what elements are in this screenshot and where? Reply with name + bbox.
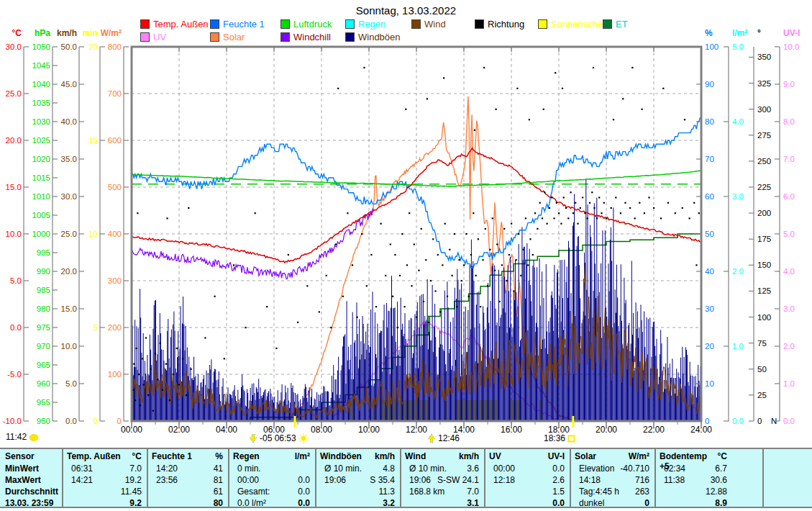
axis-tick-label-%: 50 (705, 230, 714, 238)
axis-tick-label-°: 300 (757, 105, 771, 114)
table-cell-row: Ø 10 min.3.6 (403, 463, 481, 474)
wind-direction-dot (319, 311, 320, 312)
wind-direction-dot (525, 217, 526, 219)
arrow-down-icon (249, 434, 257, 443)
axis-tick-label-hPa: 1000 (32, 230, 50, 238)
wind-direction-dot (397, 327, 398, 328)
table-col-7: SolarW/m²Elevation-40.71014:18716Tag:4:4… (572, 449, 652, 507)
wind-direction-dot (682, 207, 683, 209)
table-col-3: Regenl/m²0 min.00:000.0Gesamt:0.00.0 l/m… (231, 449, 312, 507)
wind-direction-dot (145, 337, 147, 338)
wind-direction-dot (698, 212, 700, 214)
wind-direction-dot (558, 212, 560, 214)
wind-direction-dot (642, 109, 643, 110)
axis-unit-°C: °C (12, 28, 22, 38)
wind-direction-dot (516, 88, 518, 89)
axis-tick-label-W/m²: 600 (108, 136, 122, 145)
table-cell-row: dunkel0 (572, 497, 652, 509)
wind-direction-dot (366, 285, 368, 286)
wind-direction-dot (266, 306, 268, 307)
table-cell-row: 3.2 (318, 497, 397, 509)
wind-direction-dot (620, 212, 621, 214)
wind-direction-dot (582, 196, 583, 198)
wind-direction-dot (503, 228, 505, 230)
wind-direction-dot (529, 119, 530, 120)
wind-direction-dot (406, 264, 408, 266)
axis-tick-label-°: 100 (757, 313, 771, 322)
table-col-header: SolarW/m² (572, 449, 652, 463)
axis-tick-label-W/m²: 200 (108, 323, 122, 332)
axis-tick-label-min: 10 (88, 230, 98, 238)
axis-tick-label-l/m²: 0.0 (732, 417, 744, 425)
axis-tick-label-hPa: 1020 (32, 155, 50, 163)
axis-tick-label-°C: 25.0 (6, 89, 22, 98)
table-cell-row: 61 (150, 486, 225, 497)
axis-tick-label-%: 40 (705, 267, 714, 276)
wind-direction-dot (169, 399, 170, 401)
wind-direction-dot (191, 368, 192, 370)
wind-direction-dot (150, 368, 151, 370)
table-col-4: Windböenkm/hØ 10 min.4.819:06S 35.411.33… (318, 449, 397, 507)
axis-unit-l/m²: l/m² (732, 28, 747, 38)
axis-tick-label-%: 90 (705, 80, 714, 89)
sunrise-time: -05 06:53 (260, 433, 296, 443)
wind-direction-dot (689, 217, 690, 219)
axis-tick-label-UV-I: 5.0 (783, 230, 795, 238)
windchill-line (132, 209, 374, 279)
wind-direction-dot (162, 389, 163, 391)
wind-direction-dot (547, 223, 548, 225)
axis-tick-label-°: 150 (757, 261, 771, 269)
wind-direction-dot (644, 212, 645, 214)
axis-tick-label-UV-I: 2.0 (783, 342, 795, 351)
wind-direction-dot (489, 249, 491, 250)
wind-direction-dot (134, 399, 136, 401)
axis-tick-label-UV-I: 0.0 (783, 417, 795, 425)
table-cell-row: 11.45 (65, 486, 144, 497)
wind-direction-dot (136, 348, 137, 349)
wind-direction-dot (542, 217, 543, 219)
table-cell-row: 14:18716 (572, 474, 652, 486)
wind-direction-dot (330, 327, 332, 328)
wind-direction-dot (594, 207, 596, 209)
axis-tick-label-UV-I: 4.0 (783, 267, 795, 276)
table-row-label: Durchschnitt (3, 486, 59, 497)
wind-direction-dot (543, 109, 544, 110)
wind-direction-dot (137, 212, 138, 214)
axis-tick-label-hPa: 1005 (32, 211, 50, 220)
weather-chart-canvas: 00:0002:0004:0006:0008:0010:0012:0014:00… (0, 0, 812, 448)
wind-direction-dot (437, 254, 439, 256)
wind-direction-dot (475, 275, 477, 276)
wind-direction-dot (178, 384, 180, 385)
sun-icon (298, 433, 309, 443)
wind-direction-dot (593, 67, 594, 68)
axis-tick-label-°C: -5.0 (7, 370, 22, 379)
wind-direction-dot (693, 202, 695, 204)
sunset-marker: 18:36 (544, 433, 575, 443)
axis-tick-label-hPa: 1035 (32, 99, 50, 107)
arrow-up-icon (427, 434, 436, 443)
table-col-8: Bodentemp +5°C02:346.711:3830.612.888.9 (657, 449, 729, 507)
table-cell-row: 11.3 (318, 486, 397, 497)
statistics-table: SensorMinWertMaxWertDurchschnitt13.03. 2… (0, 448, 812, 508)
moon-left-time: 11:42 (6, 432, 27, 442)
table-header: Sensor (5, 451, 35, 462)
axis-tick-label-W/m²: 700 (108, 89, 122, 98)
wind-direction-dot (596, 217, 598, 219)
axis-tick-label-l/m²: 3.0 (732, 192, 744, 201)
table-cell-row: 1.5 (487, 486, 567, 497)
table-separator (400, 449, 401, 507)
wind-direction-dot (653, 207, 654, 209)
axis-unit-km/h: km/h (57, 28, 77, 38)
axis-tick-label-hPa: 1010 (32, 192, 50, 201)
table-separator (62, 449, 63, 507)
wind-direction-dot (297, 322, 298, 323)
wind-direction-dot (401, 233, 403, 235)
wind-direction-dot (482, 259, 483, 261)
wind-direction-dot (411, 285, 412, 286)
wind-direction-dot (555, 72, 556, 73)
wind-direction-dot (152, 410, 154, 412)
table-cell-row: 23:5681 (150, 474, 225, 486)
wind-direction-dot (361, 233, 362, 235)
wind-direction-dot (335, 243, 337, 245)
wind-direction-dot (426, 98, 428, 99)
